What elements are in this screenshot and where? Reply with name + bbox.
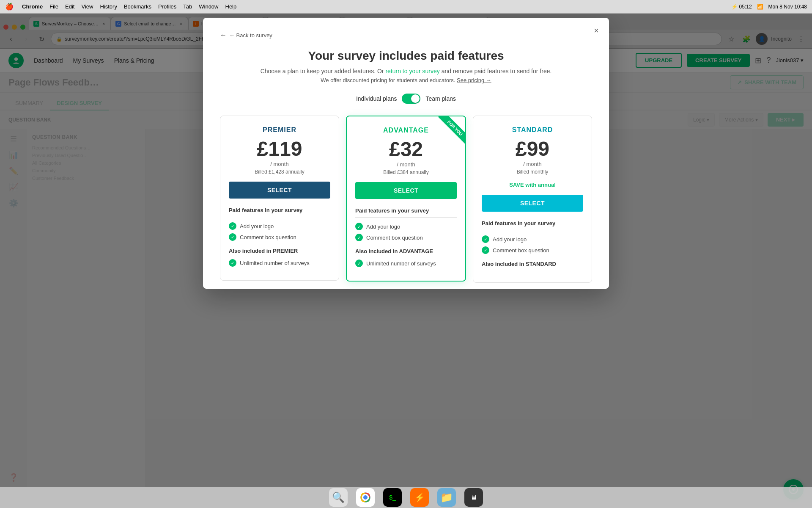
check-icon: ✓ (229, 222, 236, 230)
check-icon: ✓ (482, 235, 489, 243)
premier-also-feature-1: ✓ Unlimited number of surveys (229, 259, 330, 267)
modal-overlay[interactable]: × ← ← Back to survey Your survey include… (0, 14, 812, 508)
menubar-window[interactable]: Window (199, 3, 218, 10)
toggle-switch[interactable] (402, 94, 420, 104)
check-icon: ✓ (355, 234, 363, 241)
check-icon: ✓ (482, 246, 489, 254)
premier-also-1-text: Unlimited number of surveys (240, 260, 310, 266)
plan-toggle: Individual plans Team plans (220, 94, 592, 104)
return-to-survey-link[interactable]: return to your survey (385, 68, 439, 75)
modal-body: ← ← Back to survey Your survey includes … (203, 18, 609, 289)
subtitle-text: Choose a plan to keep your added feature… (261, 68, 384, 75)
team-plans-label: Team plans (425, 95, 456, 102)
standard-card: STANDARD £99 / month Billed monthly SAVE… (473, 116, 592, 283)
back-arrow-icon: ← (220, 31, 227, 39)
dock-folder-icon[interactable]: 📁 (437, 488, 456, 507)
back-to-survey-link[interactable]: ← ← Back to survey (220, 31, 592, 39)
standard-save[interactable]: SAVE with annual (482, 182, 583, 188)
dock-finder-icon[interactable]: 🔍 (329, 488, 348, 507)
advantage-card: FOR YOU ADVANTAGE £32 / month Billed £38… (346, 116, 466, 282)
menubar-profiles[interactable]: Profiles (158, 3, 176, 10)
macos-menubar: 🍎 Chrome File Edit View History Bookmark… (0, 0, 812, 14)
advantage-feature-logo: ✓ Add your logo (355, 223, 457, 230)
standard-plan-name: STANDARD (482, 126, 583, 134)
for-you-ribbon: FOR YOU (427, 116, 465, 155)
menubar-edit[interactable]: Edit (65, 3, 74, 10)
toggle-knob (411, 94, 420, 103)
standard-feature-comment: ✓ Comment box question (482, 246, 583, 254)
pricing-note-text: We offer discounted pricing for students… (321, 77, 455, 83)
check-icon: ✓ (229, 259, 236, 267)
dock-chrome-icon[interactable] (356, 488, 375, 507)
dock-terminal-icon[interactable]: $_ (383, 488, 402, 507)
premier-price: £119 (229, 139, 330, 159)
check-icon: ✓ (355, 223, 363, 230)
standard-feature-2-text: Comment box question (493, 247, 549, 254)
premier-billed: Billed £1,428 annually (229, 169, 330, 175)
menubar-wifi-icon: 📶 (757, 4, 763, 10)
menubar-app-name[interactable]: Chrome (22, 3, 43, 10)
menubar-bookmarks[interactable]: Bookmarks (124, 3, 151, 10)
pricing-note: We offer discounted pricing for students… (220, 77, 592, 83)
advantage-feature-2-text: Comment box question (366, 235, 423, 241)
menubar-tab[interactable]: Tab (183, 3, 192, 10)
pricing-modal: × ← ← Back to survey Your survey include… (203, 18, 609, 289)
advantage-period: / month (355, 161, 457, 168)
premier-also-title: Also included in PREMIER (229, 248, 330, 254)
dock-bolt-icon[interactable]: ⚡ (410, 488, 429, 507)
dock-monitor-icon[interactable]: 🖥 (464, 488, 483, 507)
premier-feature-logo: ✓ Add your logo (229, 222, 330, 230)
standard-feature-1-text: Add your logo (493, 236, 527, 243)
check-icon: ✓ (229, 233, 236, 241)
svg-point-5 (363, 495, 368, 500)
modal-close-button[interactable]: × (590, 25, 602, 36)
menubar-view[interactable]: View (81, 3, 93, 10)
pricing-cards: PREMIER £119 / month Billed £1,428 annua… (220, 116, 592, 283)
menubar-right: ⚡ 05:12 📶 Mon 8 Nov 10:48 (731, 4, 807, 10)
advantage-feature-comment: ✓ Comment box question (355, 234, 457, 241)
premier-feature-2-text: Comment box question (240, 234, 296, 240)
apple-icon[interactable]: 🍎 (5, 3, 14, 11)
advantage-also-title: Also included in ADVANTAGE (355, 248, 457, 254)
menubar-datetime: Mon 8 Nov 10:48 (768, 4, 807, 10)
advantage-also-1-text: Unlimited number of surveys (366, 260, 436, 267)
menubar-file[interactable]: File (49, 3, 58, 10)
subtitle-end: and remove paid features to send for fre… (442, 68, 552, 75)
premier-feature-comment: ✓ Comment box question (229, 233, 330, 241)
standard-select-button[interactable]: SELECT (482, 195, 583, 212)
premier-card: PREMIER £119 / month Billed £1,428 annua… (220, 116, 339, 281)
menubar-help[interactable]: Help (225, 3, 237, 10)
individual-plans-label: Individual plans (356, 95, 397, 102)
premier-features-title: Paid features in your survey (229, 207, 330, 217)
advantage-features-title: Paid features in your survey (355, 207, 457, 218)
advantage-also-feature-1: ✓ Unlimited number of surveys (355, 260, 457, 267)
standard-features-title: Paid features in your survey (482, 220, 583, 230)
advantage-feature-1-text: Add your logo (366, 224, 400, 230)
see-pricing-link[interactable]: See pricing → (457, 77, 491, 83)
premier-period: / month (229, 161, 330, 167)
dock: 🔍 $_ ⚡ 📁 🖥 (0, 487, 812, 508)
standard-billed: Billed monthly (482, 169, 583, 175)
premier-select-button[interactable]: SELECT (229, 182, 330, 199)
standard-feature-logo: ✓ Add your logo (482, 235, 583, 243)
back-label: ← Back to survey (229, 32, 272, 39)
standard-period: / month (482, 161, 583, 167)
for-you-text: FOR YOU (438, 116, 465, 145)
check-icon: ✓ (355, 260, 363, 267)
advantage-select-button[interactable]: SELECT (355, 182, 457, 199)
menubar-battery-icon: ⚡ 05:12 (731, 4, 752, 10)
premier-plan-name: PREMIER (229, 126, 330, 134)
standard-price: £99 (482, 139, 583, 159)
menubar-history[interactable]: History (100, 3, 117, 10)
advantage-billed: Billed £384 annually (355, 169, 457, 175)
modal-title: Your survey includes paid features (220, 49, 592, 63)
modal-subtitle: Choose a plan to keep your added feature… (220, 68, 592, 75)
premier-feature-1-text: Add your logo (240, 223, 274, 229)
standard-also-title: Also included in STANDARD (482, 261, 583, 267)
